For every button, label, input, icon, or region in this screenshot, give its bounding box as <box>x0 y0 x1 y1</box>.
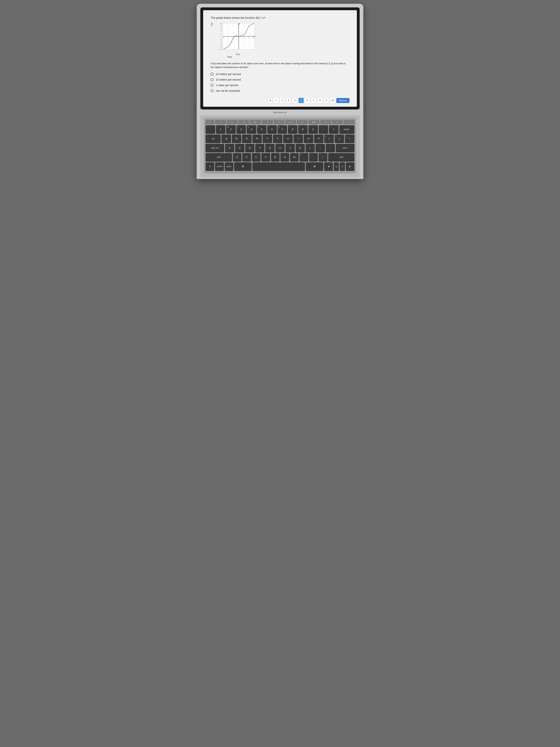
key-j[interactable]: J <box>285 144 295 152</box>
option-1[interactable]: 12 meters per second <box>211 73 349 76</box>
key-3[interactable]: #3 <box>237 125 246 134</box>
key-semicolon[interactable]: :; <box>316 144 325 152</box>
key-c[interactable]: C <box>252 153 261 161</box>
spacebar[interactable] <box>252 162 305 171</box>
arrow-left-key[interactable]: ◄ <box>324 162 333 171</box>
key-e[interactable]: E <box>242 134 252 143</box>
page-6-button[interactable]: 6 <box>305 98 310 103</box>
key-lbracket[interactable]: {[ <box>324 134 334 143</box>
f3-key[interactable]: ⊞F3 <box>238 120 249 124</box>
tab-key[interactable]: tab <box>206 134 221 143</box>
f10-key[interactable]: ◄F10 <box>320 120 331 124</box>
key-b[interactable]: B <box>271 153 280 161</box>
radio-option-1[interactable] <box>211 73 214 76</box>
delete-key[interactable]: delete <box>339 125 354 134</box>
key-6[interactable]: ^6 <box>267 125 277 134</box>
f11-key[interactable]: ►F11 <box>332 120 343 124</box>
f6-key[interactable]: —F6 <box>273 120 285 124</box>
option-3-label: 1 meter per second <box>216 84 238 87</box>
key-9[interactable]: (9 <box>298 125 308 134</box>
key-0[interactable]: )0 <box>308 125 318 134</box>
f12-key[interactable]: 🔊F12 <box>344 120 354 124</box>
key-s[interactable]: S <box>235 144 244 152</box>
number-row: ~` !1 @2 #3 $4 %5 ^6 &7 *8 (9 )0 _- += d… <box>206 125 354 134</box>
f1-key[interactable]: ☀F1 <box>215 120 226 124</box>
capslock-key[interactable]: caps lock <box>206 144 224 152</box>
shift-left-key[interactable]: shift <box>206 153 232 161</box>
key-period[interactable]: >. <box>309 153 318 161</box>
key-q[interactable]: Q <box>221 134 231 143</box>
key-minus[interactable]: _- <box>319 125 328 134</box>
fn-key-bottom[interactable]: fn <box>206 162 214 171</box>
shift-right-key[interactable]: shift <box>328 153 355 161</box>
escape-key[interactable]: esc <box>206 120 214 124</box>
key-p[interactable]: P <box>314 134 324 143</box>
key-w[interactable]: W <box>232 134 241 143</box>
key-8[interactable]: *8 <box>288 125 297 134</box>
key-comma[interactable]: <, <box>299 153 308 161</box>
key-rbracket[interactable]: }] <box>335 134 344 143</box>
backtick-key[interactable]: ~` <box>206 125 215 134</box>
key-k[interactable]: K <box>296 144 305 152</box>
key-g[interactable]: G <box>265 144 274 152</box>
option-4[interactable]: can not be computed <box>211 89 349 92</box>
option-3[interactable]: 1 meter per second <box>211 84 349 87</box>
key-backslash[interactable]: |\ <box>345 134 354 143</box>
f9-key[interactable]: ▶▶F9 <box>309 120 319 124</box>
key-7[interactable]: &7 <box>277 125 287 134</box>
f4-key[interactable]: ▦F4 <box>250 120 261 124</box>
option-2[interactable]: 10 meters per second <box>211 78 349 81</box>
key-d[interactable]: D <box>245 144 255 152</box>
key-y[interactable]: Y <box>273 134 283 143</box>
f2-key[interactable]: ☀F2 <box>227 120 238 124</box>
key-i[interactable]: I <box>294 134 303 143</box>
page-1-button[interactable]: 1 <box>273 98 278 103</box>
key-4[interactable]: $4 <box>247 125 256 134</box>
radio-option-2[interactable] <box>211 78 214 81</box>
key-r[interactable]: R <box>252 134 262 143</box>
f7-key[interactable]: ◄◄F7 <box>285 120 296 124</box>
svg-text:2: 2 <box>221 33 222 35</box>
key-u[interactable]: U <box>283 134 293 143</box>
key-m[interactable]: M <box>290 153 299 161</box>
key-slash[interactable]: ?/ <box>319 153 327 161</box>
key-f[interactable]: F <box>255 144 264 152</box>
option-key[interactable]: option <box>224 162 233 171</box>
arrow-up-key[interactable]: ▲ <box>334 162 339 171</box>
page-4-button[interactable]: 4 <box>292 98 297 103</box>
key-o[interactable]: O <box>304 134 313 143</box>
page-8-button[interactable]: 8 <box>317 98 323 103</box>
f5-key[interactable]: ⋯F5 <box>262 120 273 124</box>
radio-option-4[interactable] <box>211 89 214 92</box>
key-2[interactable]: @2 <box>226 125 236 134</box>
key-1[interactable]: !1 <box>216 125 225 134</box>
prev-page-button[interactable]: ◄ <box>268 98 272 103</box>
key-l[interactable]: L <box>305 144 315 152</box>
arrow-right-key[interactable]: ► <box>346 162 354 171</box>
page-5-button[interactable]: 5 <box>298 98 304 103</box>
key-equals[interactable]: += <box>329 125 339 134</box>
cmd-right-key[interactable]: ⌘ <box>306 162 323 171</box>
graph-wrapper: x y 10 8 6 4 2 0 -2 -4 -6 -8 -10 <box>216 22 260 52</box>
key-v[interactable]: V <box>261 153 270 161</box>
f8-key[interactable]: ⏸F8 <box>297 120 308 124</box>
key-n[interactable]: N <box>281 153 289 161</box>
key-a[interactable]: A <box>225 144 234 152</box>
page-10-button[interactable]: 10 <box>330 98 335 103</box>
key-h[interactable]: H <box>275 144 285 152</box>
arrow-down-key[interactable]: ▼ <box>340 162 345 171</box>
cmd-left-key[interactable]: ⌘ <box>234 162 252 171</box>
page-3-button[interactable]: 3 <box>286 98 291 103</box>
ctrl-key[interactable]: control <box>215 162 224 171</box>
key-x[interactable]: X <box>242 153 251 161</box>
key-z[interactable]: Z <box>233 153 242 161</box>
key-5[interactable]: %5 <box>257 125 267 134</box>
page-7-button[interactable]: 7 <box>311 98 316 103</box>
next-button[interactable]: Next ► <box>336 98 349 103</box>
key-t[interactable]: T <box>263 134 272 143</box>
key-quote[interactable]: "' <box>326 144 335 152</box>
return-key[interactable]: return <box>336 144 354 152</box>
page-9-button[interactable]: 9 <box>324 98 329 103</box>
page-2-button[interactable]: 2 <box>279 98 285 103</box>
radio-option-3[interactable] <box>211 84 214 87</box>
